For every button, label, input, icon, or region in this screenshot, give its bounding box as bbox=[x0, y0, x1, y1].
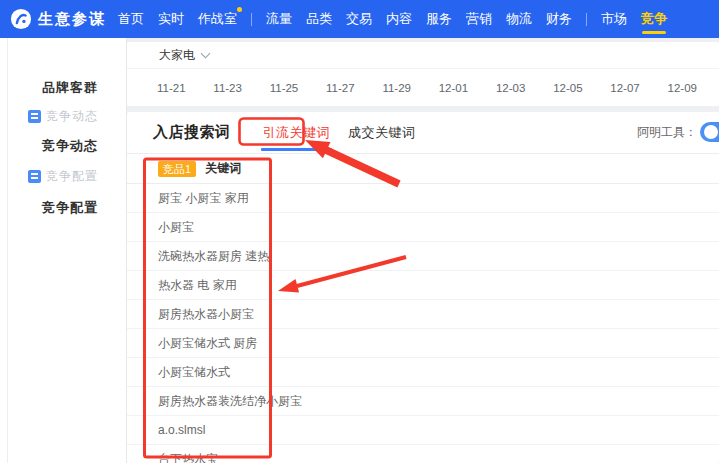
date-tick[interactable]: 12-09 bbox=[668, 82, 697, 94]
keyword-cell: 小厨宝储水式 bbox=[158, 364, 230, 381]
section-title: 入店搜索词 bbox=[153, 123, 231, 142]
table-row[interactable]: 厨房热水器装洗结净小厨宝 bbox=[127, 387, 719, 416]
sidebar-item-competition-trends[interactable]: 竞争动态 bbox=[42, 136, 98, 156]
keyword-cell: 厨房热水器装洗结净小厨宝 bbox=[158, 393, 302, 410]
nav-menu: 首页实时作战室流量品类交易内容服务营销物流财务市场竞争 bbox=[118, 0, 667, 38]
nav-item-competition[interactable]: 竞争 bbox=[641, 0, 667, 38]
nav-divider bbox=[586, 13, 587, 26]
category-row: 大家电 bbox=[127, 42, 719, 69]
keyword-cell: 热水器 电 家用 bbox=[158, 277, 237, 294]
sidebar-item-brand-audience[interactable]: 品牌客群 bbox=[42, 78, 98, 98]
date-tick[interactable]: 12-07 bbox=[610, 82, 639, 94]
sidebar-item-label: 竞争动态 bbox=[46, 108, 98, 125]
keyword-cell: 厨宝 小厨宝 家用 bbox=[158, 190, 249, 207]
active-nav-underline bbox=[642, 31, 666, 34]
category-dropdown[interactable]: 大家电 bbox=[159, 47, 195, 64]
competitor-badge: 竞品1 bbox=[158, 161, 196, 177]
date-tick[interactable]: 11-29 bbox=[382, 82, 411, 94]
keyword-cell: 小厨宝储水式 厨房 bbox=[158, 335, 257, 352]
sidebar-item-label: 品牌客群 bbox=[42, 79, 98, 97]
chevron-down-icon bbox=[201, 48, 211, 58]
keyword-column-header: 关键词 bbox=[205, 160, 241, 177]
table-row[interactable]: a.o.slmsl bbox=[127, 416, 719, 445]
date-tick[interactable]: 12-05 bbox=[553, 82, 582, 94]
sidebar-item-competition-settings-link[interactable]: 竞争配置 bbox=[28, 166, 98, 186]
nav-item-realtime[interactable]: 实时 bbox=[158, 0, 184, 38]
nav-item-traffic[interactable]: 流量 bbox=[266, 0, 292, 38]
table-row[interactable]: 小厨宝 bbox=[127, 213, 719, 242]
sidebar-item-label: 竞争动态 bbox=[42, 137, 98, 155]
keyword-cell: 台下热水宝 bbox=[158, 451, 218, 463]
nav-item-logistics[interactable]: 物流 bbox=[506, 0, 532, 38]
card-header: 入店搜索词 引流关键词 成交关键词 阿明工具： bbox=[127, 112, 719, 154]
table-row[interactable]: 小厨宝储水式 bbox=[127, 358, 719, 387]
aming-tool-label: 阿明工具： bbox=[637, 112, 697, 153]
nav-item-service[interactable]: 服务 bbox=[426, 0, 452, 38]
date-tick[interactable]: 12-01 bbox=[439, 82, 468, 94]
date-tick[interactable]: 12-03 bbox=[496, 82, 525, 94]
table-row[interactable]: 洗碗热水器厨房 速热 bbox=[127, 242, 719, 271]
date-tick[interactable]: 11-23 bbox=[213, 82, 242, 94]
filter-card: 大家电 11-2111-2311-2511-2711-2912-0112-031… bbox=[127, 42, 719, 106]
sidebar: 品牌客群竞争动态竞争动态竞争配置竞争配置 bbox=[0, 38, 127, 463]
date-tick[interactable]: 11-21 bbox=[157, 82, 186, 94]
notification-dot-icon bbox=[237, 7, 242, 12]
table-row[interactable]: 厨宝 小厨宝 家用 bbox=[127, 184, 719, 213]
sidebar-item-label: 竞争配置 bbox=[42, 199, 98, 217]
table-row[interactable]: 台下热水宝 bbox=[127, 445, 719, 463]
search-words-card: 入店搜索词 引流关键词 成交关键词 阿明工具： 竞品1 关键词 厨宝 小厨宝 家… bbox=[127, 112, 719, 463]
sycm-logo-icon bbox=[10, 8, 32, 30]
date-tick[interactable]: 11-27 bbox=[326, 82, 355, 94]
nav-item-category[interactable]: 品类 bbox=[306, 0, 332, 38]
tab-deal-keywords[interactable]: 成交关键词 bbox=[348, 112, 416, 153]
table-row[interactable]: 小厨宝储水式 厨房 bbox=[127, 329, 719, 358]
table-header: 竞品1 关键词 bbox=[127, 154, 719, 184]
nav-item-marketing[interactable]: 营销 bbox=[466, 0, 492, 38]
nav-item-content[interactable]: 内容 bbox=[386, 0, 412, 38]
sidebar-item-label: 竞争配置 bbox=[46, 168, 98, 185]
top-navbar: 生意参谋 首页实时作战室流量品类交易内容服务营销物流财务市场竞争 bbox=[0, 0, 719, 38]
table-row[interactable]: 厨房热水器小厨宝 bbox=[127, 300, 719, 329]
nav-item-home[interactable]: 首页 bbox=[118, 0, 144, 38]
nav-item-war-room[interactable]: 作战室 bbox=[198, 0, 237, 38]
tab-bar: 引流关键词 成交关键词 bbox=[263, 112, 416, 153]
tab-inflow-keywords[interactable]: 引流关键词 bbox=[263, 112, 331, 153]
nav-item-finance[interactable]: 财务 bbox=[546, 0, 572, 38]
table-row[interactable]: 热水器 电 家用 bbox=[127, 271, 719, 300]
date-strip: 11-2111-2311-2511-2711-2912-0112-0312-05… bbox=[127, 69, 719, 106]
sidebar-item-competition-trends-link[interactable]: 竞争动态 bbox=[28, 106, 98, 126]
keyword-cell: 小厨宝 bbox=[158, 219, 194, 236]
nav-item-trade[interactable]: 交易 bbox=[346, 0, 372, 38]
keyword-table-body: 厨宝 小厨宝 家用小厨宝洗碗热水器厨房 速热热水器 电 家用厨房热水器小厨宝小厨… bbox=[127, 184, 719, 463]
keyword-cell: 厨房热水器小厨宝 bbox=[158, 306, 254, 323]
date-tick[interactable]: 11-25 bbox=[270, 82, 299, 94]
keyword-cell: 洗碗热水器厨房 速热 bbox=[158, 248, 269, 265]
aming-tool-toggle[interactable] bbox=[700, 122, 719, 142]
nav-item-market[interactable]: 市场 bbox=[601, 0, 627, 38]
document-icon bbox=[28, 170, 41, 183]
app-title: 生意参谋 bbox=[38, 0, 106, 38]
nav-divider bbox=[251, 13, 252, 26]
keyword-cell: a.o.slmsl bbox=[158, 423, 205, 437]
sidebar-item-competition-settings[interactable]: 竞争配置 bbox=[42, 198, 98, 218]
document-icon bbox=[28, 110, 41, 123]
